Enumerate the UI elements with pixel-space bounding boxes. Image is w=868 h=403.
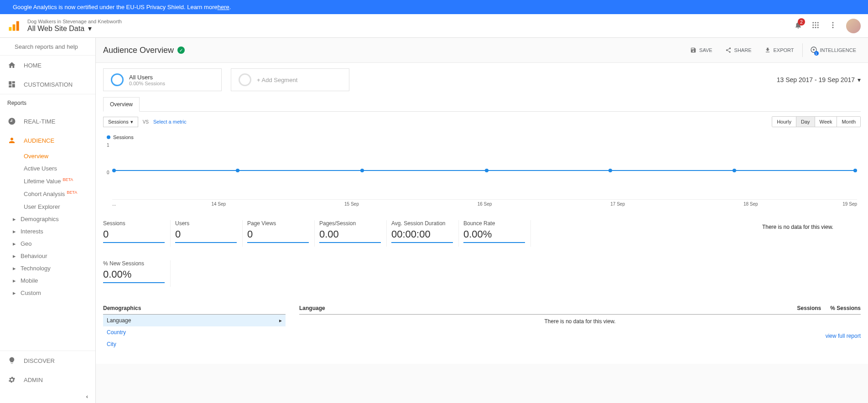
chevron-right-icon: ▸	[13, 265, 16, 272]
svg-point-9	[812, 27, 814, 28]
subnav-active-users[interactable]: Active Users	[24, 162, 95, 175]
nav-admin[interactable]: ADMIN	[0, 370, 95, 389]
metric-card[interactable]: Users0	[175, 220, 243, 247]
save-button[interactable]: SAVE	[686, 43, 717, 57]
table-empty: There is no data for this view.	[299, 315, 861, 328]
sessions-chart: 1 0 ...14 Sep15 Sep16 Sep17 Sep18 Sep19 …	[107, 143, 857, 207]
date-range-picker[interactable]: 13 Sep 2017 - 19 Sep 2017 ▾	[777, 76, 861, 83]
chevron-down-icon: ▾	[858, 76, 861, 83]
chart-legend: Sessions	[107, 134, 857, 140]
demo-row[interactable]: Language▸	[103, 315, 286, 326]
subnav-interests[interactable]: ▸Interests	[0, 225, 95, 238]
metric-card[interactable]: Pages/Session0.00	[319, 220, 387, 247]
svg-point-6	[812, 25, 814, 26]
person-icon	[8, 136, 16, 145]
subnav-cohort[interactable]: Cohort AnalysisBETA	[24, 187, 95, 200]
time-month[interactable]: Month	[837, 117, 860, 127]
nav-audience[interactable]: AUDIENCE	[0, 131, 95, 150]
subnav-geo[interactable]: ▸Geo	[0, 238, 95, 250]
bulb-icon	[8, 356, 16, 365]
svg-rect-0	[9, 27, 12, 31]
intelligence-button[interactable]: INTELLIGENCE	[802, 43, 861, 57]
privacy-banner: Google Analytics is now certified under …	[0, 0, 868, 14]
svg-rect-2	[16, 21, 19, 31]
svg-point-10	[815, 27, 816, 28]
property-name: Dog Walkers in Stevenage and Knebworth	[27, 19, 794, 24]
metric-card[interactable]: Avg. Session Duration00:00:00	[391, 220, 459, 247]
metric-selector[interactable]: Sessions▾	[103, 117, 138, 127]
svg-point-16	[813, 49, 815, 51]
demo-row[interactable]: City	[103, 338, 286, 350]
subnav-overview[interactable]: Overview	[24, 150, 95, 162]
data-table: Language Sessions % Sessions There is no…	[299, 305, 861, 350]
save-icon	[690, 47, 696, 53]
more-button[interactable]	[829, 21, 837, 31]
reports-label: Reports	[0, 94, 95, 112]
nodata-message: There is no data for this view.	[762, 220, 861, 247]
banner-link[interactable]: here	[218, 4, 229, 10]
user-avatar[interactable]	[846, 19, 861, 33]
legend-dot-icon	[107, 135, 110, 139]
svg-point-13	[832, 25, 834, 26]
nav-discover[interactable]: DISCOVER	[0, 351, 95, 370]
segment-all-users[interactable]: All Users 0.00% Sessions	[103, 68, 222, 91]
time-granularity: Hourly Day Week Month	[772, 116, 861, 127]
metric-card[interactable]: % New Sessions 0.00%	[103, 260, 171, 287]
home-icon	[8, 61, 16, 69]
segment-circle-icon	[111, 73, 124, 86]
time-hourly[interactable]: Hourly	[772, 117, 796, 127]
subnav-technology[interactable]: ▸Technology	[0, 262, 95, 274]
property-selector[interactable]: Dog Walkers in Stevenage and Knebworth A…	[27, 19, 794, 33]
sidebar: HOME CUSTOMISATION Reports REAL-TIME AUD…	[0, 38, 96, 403]
svg-point-7	[815, 25, 816, 26]
chevron-right-icon: ▸	[13, 216, 16, 222]
clock-icon	[8, 117, 16, 125]
export-icon	[764, 47, 771, 53]
tab-strip: Overview	[103, 97, 861, 112]
subnav-lifetime[interactable]: Lifetime ValueBETA	[24, 175, 95, 187]
chevron-right-icon: ▸	[13, 253, 16, 259]
svg-point-3	[812, 22, 814, 23]
collapse-sidebar-button[interactable]: ‹	[0, 389, 95, 403]
subnav-behaviour[interactable]: ▸Behaviour	[0, 250, 95, 262]
segment-circle-icon	[239, 73, 251, 86]
share-button[interactable]: SHARE	[721, 43, 756, 57]
view-full-report-link[interactable]: view full report	[299, 333, 861, 339]
nav-home[interactable]: HOME	[0, 56, 95, 75]
subnav-explorer[interactable]: User Explorer	[24, 201, 95, 213]
main-content: Audience Overview ✓ SAVE SHARE EXPORT IN…	[96, 38, 868, 403]
time-week[interactable]: Week	[815, 117, 837, 127]
subnav-demographics[interactable]: ▸Demographics	[0, 213, 95, 225]
metric-card[interactable]: Page Views0	[247, 220, 315, 247]
verified-icon: ✓	[177, 46, 185, 54]
search-input[interactable]	[15, 43, 91, 50]
nav-realtime[interactable]: REAL-TIME	[0, 112, 95, 131]
svg-point-4	[815, 22, 816, 23]
export-button[interactable]: EXPORT	[760, 43, 799, 57]
tab-overview[interactable]: Overview	[103, 97, 140, 112]
search-box[interactable]	[0, 38, 95, 56]
notif-badge: 2	[798, 18, 805, 26]
time-day[interactable]: Day	[796, 117, 815, 127]
svg-rect-1	[13, 24, 16, 31]
metric-card[interactable]: Sessions0	[103, 220, 171, 247]
svg-point-14	[832, 27, 834, 28]
chevron-right-icon: ▸	[279, 317, 282, 324]
analytics-logo-icon[interactable]	[7, 20, 20, 32]
subnav-mobile[interactable]: ▸Mobile	[0, 274, 95, 287]
notifications-button[interactable]: 2	[794, 21, 802, 31]
select-metric-link[interactable]: Select a metric	[153, 119, 187, 124]
add-segment-button[interactable]: + Add Segment	[231, 68, 349, 91]
intelligence-icon	[810, 46, 817, 53]
apps-icon	[811, 21, 820, 29]
demo-row[interactable]: Country	[103, 326, 286, 338]
svg-point-11	[817, 27, 819, 28]
chevron-right-icon: ▸	[13, 277, 16, 284]
metric-card[interactable]: Bounce Rate0.00%	[463, 220, 531, 247]
nav-customisation[interactable]: CUSTOMISATION	[0, 75, 95, 94]
chevron-right-icon: ▸	[13, 289, 16, 296]
chart-line	[112, 170, 857, 171]
page-title: Audience Overview	[103, 46, 174, 55]
subnav-custom[interactable]: ▸Custom	[0, 287, 95, 299]
apps-button[interactable]	[811, 21, 820, 31]
